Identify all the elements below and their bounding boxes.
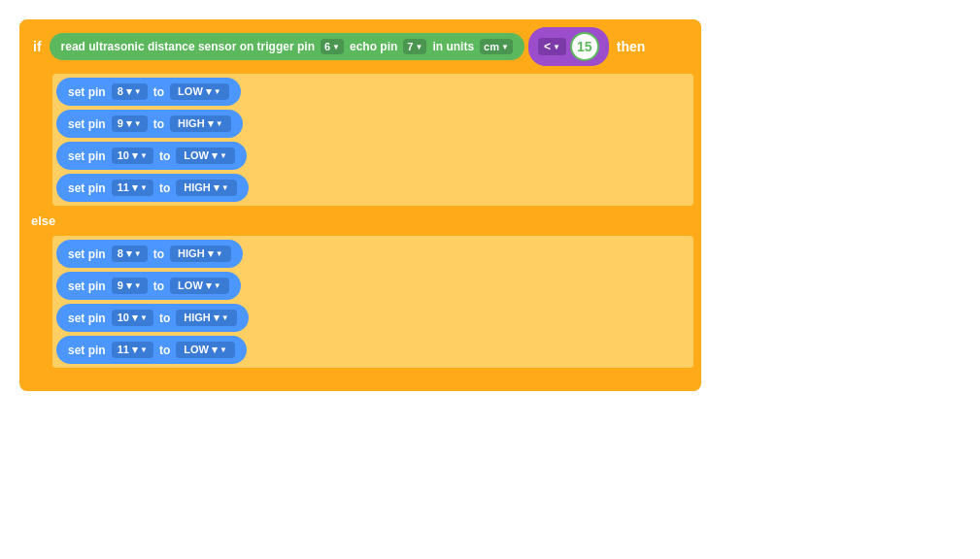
pin-dropdown-1[interactable]: 9 ▾	[112, 115, 148, 132]
else-keyword: else	[31, 214, 55, 228]
to-label-0: to	[153, 85, 164, 99]
else-set-label-0: set pin	[68, 247, 106, 261]
else-set-pin-row-0: set pin 8 ▾ to HIGH ▾	[56, 240, 243, 268]
compare-value: 15	[570, 32, 599, 61]
else-to-label-3: to	[159, 344, 170, 357]
else-value-dropdown-1[interactable]: LOW ▾	[170, 278, 229, 294]
if-header: if read ultrasonic distance sensor on tr…	[23, 23, 697, 70]
else-set-label-3: set pin	[68, 344, 106, 357]
value-dropdown-0[interactable]: LOW ▾	[170, 83, 229, 100]
value-dropdown-2[interactable]: LOW ▾	[176, 148, 235, 164]
else-set-label-1: set pin	[68, 280, 106, 293]
else-set-label-2: set pin	[68, 312, 106, 325]
pin-dropdown-0[interactable]: 8 ▾	[112, 83, 148, 100]
operator-dropdown[interactable]: <	[538, 38, 566, 55]
set-label-3: set pin	[68, 181, 106, 195]
set-pin-row-0: set pin 8 ▾ to LOW ▾	[56, 78, 241, 106]
set-pin-row-2: set pin 10 ▾ to LOW ▾	[56, 142, 247, 170]
else-body: set pin 8 ▾ to HIGH ▾ set pin 9 ▾ to LOW…	[23, 232, 697, 372]
else-to-label-2: to	[159, 312, 170, 325]
if-else-block: if read ultrasonic distance sensor on tr…	[19, 19, 701, 391]
trigger-pin-dropdown[interactable]: 6	[321, 39, 344, 54]
set-label-0: set pin	[68, 85, 106, 99]
set-label-1: set pin	[68, 117, 106, 131]
else-pin-dropdown-0[interactable]: 8 ▾	[112, 246, 148, 262]
echo-pin-dropdown[interactable]: 7	[403, 39, 426, 54]
else-pin-dropdown-2[interactable]: 10 ▾	[112, 310, 153, 326]
else-to-label-0: to	[153, 247, 164, 261]
value-dropdown-3[interactable]: HIGH ▾	[176, 180, 236, 196]
then-inner: set pin 8 ▾ to LOW ▾ set pin 9 ▾ to HIGH…	[52, 74, 693, 206]
then-keyword: then	[613, 39, 650, 54]
else-to-label-1: to	[153, 280, 164, 293]
pin-dropdown-2[interactable]: 10 ▾	[112, 148, 153, 164]
pin-dropdown-3[interactable]: 11 ▾	[112, 180, 153, 196]
units-label: in units	[432, 40, 474, 53]
else-value-dropdown-3[interactable]: LOW ▾	[176, 342, 235, 358]
block-bottom	[23, 372, 697, 383]
if-keyword: if	[29, 39, 46, 54]
else-set-pin-row-1: set pin 9 ▾ to LOW ▾	[56, 272, 241, 300]
set-pin-row-3: set pin 11 ▾ to HIGH ▾	[56, 174, 249, 202]
to-label-2: to	[159, 149, 170, 163]
else-set-pin-row-3: set pin 11 ▾ to LOW ▾	[56, 336, 247, 364]
else-value-dropdown-2[interactable]: HIGH ▾	[176, 310, 236, 326]
sensor-block: read ultrasonic distance sensor on trigg…	[50, 33, 524, 60]
to-label-1: to	[153, 117, 164, 131]
else-set-pin-row-2: set pin 10 ▾ to HIGH ▾	[56, 304, 249, 332]
compare-block: < 15	[528, 27, 609, 66]
sensor-text: read ultrasonic distance sensor on trigg…	[61, 40, 315, 53]
units-dropdown[interactable]: cm	[480, 39, 513, 54]
else-inner: set pin 8 ▾ to HIGH ▾ set pin 9 ▾ to LOW…	[52, 236, 693, 368]
echo-label: echo pin	[350, 40, 397, 53]
else-value-dropdown-0[interactable]: HIGH ▾	[170, 246, 230, 262]
then-body: set pin 8 ▾ to LOW ▾ set pin 9 ▾ to HIGH…	[23, 70, 697, 210]
set-pin-row-1: set pin 9 ▾ to HIGH ▾	[56, 110, 243, 138]
else-pin-dropdown-1[interactable]: 9 ▾	[112, 278, 148, 294]
value-dropdown-1[interactable]: HIGH ▾	[170, 115, 230, 132]
set-label-2: set pin	[68, 149, 106, 163]
else-pin-dropdown-3[interactable]: 11 ▾	[112, 342, 153, 358]
to-label-3: to	[159, 181, 170, 195]
else-label: else	[23, 210, 697, 232]
